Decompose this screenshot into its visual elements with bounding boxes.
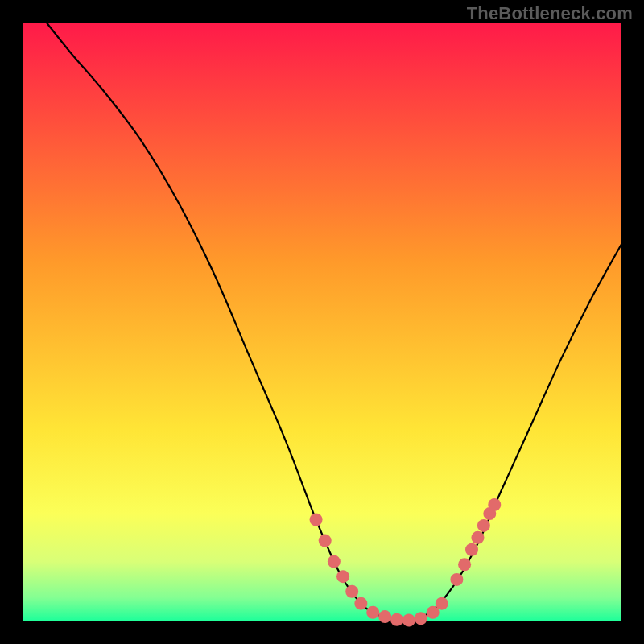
marker-dot [450,573,463,586]
marker-dot [436,597,448,610]
marker-dot [488,498,501,511]
marker-dot [345,585,358,598]
chart-frame: TheBottleneck.com [0,0,644,644]
marker-dot [477,519,490,532]
marker-dot [415,612,427,625]
marker-dot [471,531,484,544]
marker-dot [310,514,323,526]
marker-dot [402,614,415,627]
marker-dot [390,613,403,626]
watermark-text: TheBottleneck.com [467,3,633,24]
marker-dot [378,610,391,623]
marker-dot [319,535,332,547]
marker-dot [354,597,367,610]
chart-svg [0,0,644,644]
marker-dot [336,570,349,583]
marker-dot [328,555,341,568]
marker-dot [465,543,478,556]
plot-background [23,23,621,621]
marker-dot [458,558,471,571]
marker-dot [366,606,379,619]
